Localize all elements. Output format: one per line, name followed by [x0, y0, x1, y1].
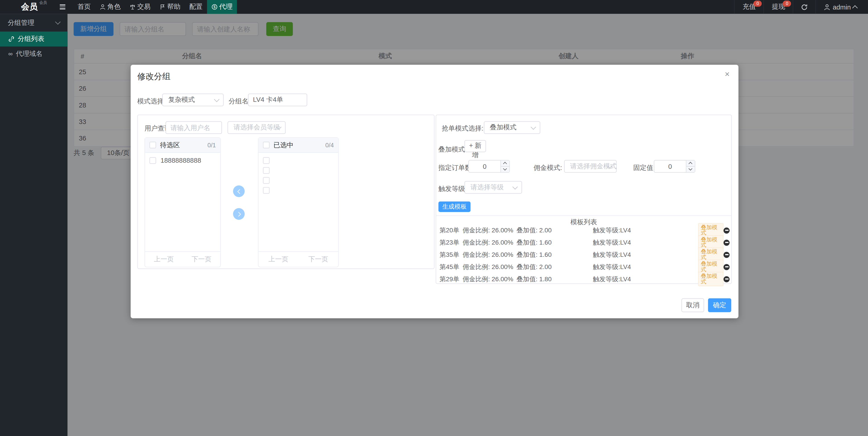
template-row: 第23单佣金比例: 26.00%叠加值: 1.60 触发等级:LV4 叠加模式	[436, 237, 731, 249]
username-label: admin	[833, 3, 851, 11]
nav-item-help[interactable]: 帮助	[155, 0, 185, 14]
commission-mode-select[interactable]: 请选择佣金模式	[564, 160, 617, 173]
nav-item-home[interactable]: 首页	[73, 0, 95, 14]
cancel-button[interactable]: 取消	[682, 299, 704, 312]
chevron-down-icon	[55, 19, 61, 25]
transfer-item[interactable]	[258, 155, 338, 165]
mode-select[interactable]: 复杂模式	[162, 93, 224, 106]
withdraw-button[interactable]: 提现 0	[764, 0, 793, 14]
user-transfer-panel: 用户查询 请选择会员等级 待选区 0/1 18888888888	[137, 115, 435, 269]
remove-template-icon[interactable]	[723, 252, 730, 258]
grab-mode-label: 抢单模式选择:	[442, 124, 483, 133]
remove-template-icon[interactable]	[723, 239, 730, 246]
withdraw-badge: 0	[783, 0, 791, 6]
sidebar-item-agent-domain[interactable]: ∞ 代理域名	[0, 46, 67, 61]
chevron-down-icon	[214, 96, 219, 102]
flag-icon	[159, 4, 166, 10]
template-row: 第35单佣金比例: 26.00%叠加值: 1.60 触发等级:LV4 叠加模式	[436, 248, 731, 261]
transfer-to-right-button[interactable]	[233, 208, 245, 220]
increase-button[interactable]	[501, 160, 509, 166]
template-row: 第29单佣金比例: 26.00%叠加值: 1.80 触发等级:LV4 叠加模式	[436, 273, 731, 285]
nav-item-agent[interactable]: $ 代理	[207, 0, 237, 14]
commission-mode-label: 佣金模式:	[533, 163, 562, 173]
item-checkbox[interactable]	[263, 167, 270, 174]
nav-item-trade[interactable]: 交易	[125, 0, 155, 14]
group-name-label: 分组名	[228, 97, 248, 106]
remove-template-icon[interactable]	[723, 264, 730, 270]
edit-group-modal: 修改分组 × 模式选择 复杂模式 分组名 用户查询 请选择会员等级 待选区 0/…	[130, 65, 738, 318]
member-level-select[interactable]: 请选择会员等级	[227, 121, 285, 134]
modal-title: 修改分组	[137, 71, 170, 82]
remove-template-icon[interactable]	[723, 276, 730, 282]
close-icon[interactable]: ×	[725, 69, 730, 79]
logo-text: 会员	[21, 2, 37, 11]
sidebar-item-group-list[interactable]: 分组列表	[0, 31, 67, 46]
mode-select-label: 模式选择	[137, 97, 164, 106]
item-checkbox[interactable]	[263, 177, 270, 184]
select-all-checkbox[interactable]	[150, 142, 156, 148]
nav-menu: 首页 角色 交易 帮助 配置 $ 代理	[73, 0, 237, 14]
stack-mode-label: 叠加模式:	[438, 145, 467, 155]
add-stack-button[interactable]: + 新增	[465, 140, 486, 152]
transfer-source-panel: 待选区 0/1 18888888888 上一页 下一页	[145, 137, 221, 268]
confirm-button[interactable]: 确定	[708, 299, 731, 312]
transfer-source-title: 待选区	[160, 140, 180, 150]
item-checkbox[interactable]	[263, 187, 270, 194]
chevron-right-icon	[236, 212, 241, 216]
chevron-down-icon	[512, 184, 518, 189]
app-root: 会员 会员 首页 角色 交易 帮助 配置 $ 代理 充值 0	[0, 0, 868, 436]
scales-icon	[129, 4, 135, 10]
transfer-item[interactable]	[258, 186, 338, 195]
app-logo: 会员 会员	[21, 2, 37, 12]
transfer-target-count: 0/4	[326, 142, 334, 148]
logo-subtext: 会员	[39, 0, 47, 5]
template-row: 第45单佣金比例: 26.00%叠加值: 2.00 触发等级:LV4 叠加模式	[436, 261, 731, 273]
transfer-source-count: 0/1	[208, 142, 216, 148]
refresh-button[interactable]	[793, 0, 815, 14]
sidebar: 分组管理 分组列表 ∞ 代理域名	[0, 14, 67, 436]
menu-icon[interactable]	[60, 4, 65, 9]
stack-mode-tag[interactable]: 叠加模式	[698, 272, 724, 286]
grab-mode-select[interactable]: 叠加模式	[484, 121, 540, 134]
template-list: 第20单佣金比例: 26.00%叠加值: 2.00 触发等级:LV4 叠加模式 …	[436, 224, 731, 285]
next-page-button[interactable]: 下一页	[308, 254, 328, 264]
group-name-input[interactable]	[248, 93, 307, 106]
transfer-item[interactable]	[258, 165, 338, 175]
user-icon	[824, 4, 831, 10]
fixed-value-stepper[interactable]: 0	[654, 160, 695, 173]
prev-page-button[interactable]: 上一页	[269, 254, 288, 264]
item-checkbox[interactable]	[263, 157, 270, 164]
chevron-left-icon	[237, 189, 242, 194]
top-navbar: 会员 会员 首页 角色 交易 帮助 配置 $ 代理 充值 0	[0, 0, 868, 14]
transfer-item[interactable]	[258, 176, 338, 186]
generate-template-button[interactable]: 生成模板	[438, 201, 471, 212]
prev-page-button[interactable]: 上一页	[154, 254, 174, 264]
divider	[436, 215, 731, 216]
user-icon	[99, 4, 106, 10]
transfer-to-left-button[interactable]	[233, 186, 245, 197]
sidebar-group-management[interactable]: 分组管理	[0, 14, 67, 31]
decrease-button[interactable]	[501, 166, 509, 172]
trigger-level-select[interactable]: 请选择等级	[465, 181, 522, 194]
nav-item-role[interactable]: 角色	[95, 0, 125, 14]
item-checkbox[interactable]	[150, 157, 156, 164]
next-page-button[interactable]: 下一页	[191, 254, 211, 264]
remove-template-icon[interactable]	[723, 227, 730, 233]
template-row: 第20单佣金比例: 26.00%叠加值: 2.00 触发等级:LV4 叠加模式	[436, 224, 731, 237]
nav-item-config[interactable]: 配置	[185, 0, 207, 14]
select-all-checkbox[interactable]	[263, 142, 270, 148]
user-menu[interactable]: admin	[815, 0, 865, 14]
increase-button[interactable]	[686, 160, 695, 166]
navbar-right: 充值 0 提现 0 admin	[734, 0, 865, 14]
chevron-down-icon	[531, 124, 536, 129]
trigger-level-label: 触发等级:	[438, 184, 467, 194]
username-input[interactable]	[165, 121, 222, 134]
transfer-item[interactable]: 18888888888	[145, 155, 220, 165]
decrease-button[interactable]	[686, 166, 695, 172]
refresh-icon	[801, 4, 808, 10]
grab-order-panel: 抢单模式选择: 叠加模式 叠加模式: + 新增 指定订单数: 0 佣金模式: 请…	[436, 115, 732, 284]
recharge-button[interactable]: 充值 0	[734, 0, 764, 14]
transfer-target-panel: 已选中 0/4 上一页 下一页	[258, 137, 339, 268]
transfer-target-title: 已选中	[274, 140, 293, 150]
order-count-stepper[interactable]: 0	[468, 160, 510, 173]
